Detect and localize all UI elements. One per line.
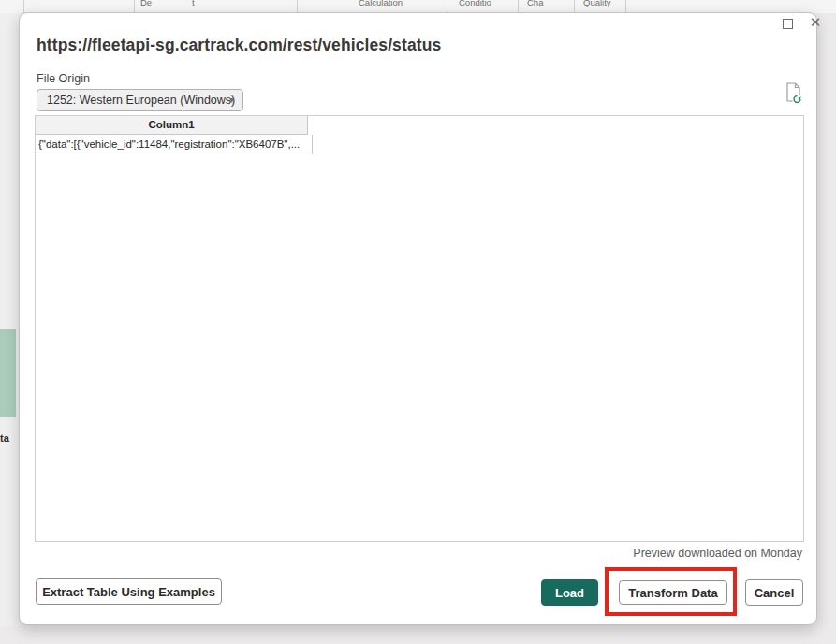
ribbon-divider	[23, 0, 24, 13]
table-row[interactable]: {"data":[{"vehicle_id":11484,"registrati…	[36, 135, 313, 154]
web-contents-preview-dialog: ✕ https://fleetapi-sg.cartrack.com/rest/…	[19, 12, 817, 625]
ribbon-divider	[297, 0, 298, 13]
ribbon-tab-fragment: t	[192, 0, 195, 7]
close-icon[interactable]: ✕	[807, 14, 824, 31]
background-green-panel	[0, 329, 16, 417]
maximize-icon[interactable]	[783, 19, 793, 29]
file-origin-dropdown[interactable]: 1252: Western European (Windows) ▾	[37, 89, 243, 111]
ribbon-tab-fragment: De	[140, 0, 152, 7]
column-header[interactable]: Column1	[36, 116, 308, 135]
ribbon-tab-fragment: Calculation	[359, 0, 403, 7]
dialog-title-url: https://fleetapi-sg.cartrack.com/rest/ve…	[37, 36, 441, 55]
ribbon-tab-fragment: Conditio	[459, 0, 491, 7]
load-button[interactable]: Load	[541, 579, 598, 606]
ribbon-divider	[625, 0, 626, 13]
chevron-down-icon: ▾	[229, 90, 234, 110]
background-ribbon-strip: De t Calculation Conditio Cha Quality	[0, 0, 836, 13]
ribbon-divider	[574, 0, 575, 13]
data-preview-panel: Column1 {"data":[{"vehicle_id":11484,"re…	[35, 115, 804, 542]
ribbon-divider	[134, 0, 135, 13]
background-left-strip: ta	[0, 13, 19, 627]
ribbon-tab-fragment: Quality	[583, 0, 611, 7]
ribbon-divider	[447, 0, 447, 13]
file-origin-value: 1252: Western European (Windows)	[47, 94, 235, 107]
refresh-preview-icon[interactable]	[784, 81, 804, 106]
transform-data-button[interactable]: Transform Data	[619, 580, 727, 605]
file-origin-label: File Origin	[37, 72, 90, 85]
cancel-button[interactable]: Cancel	[745, 579, 803, 606]
background-text-fragment: ta	[0, 432, 9, 444]
ribbon-tab-fragment: Cha	[527, 0, 543, 7]
ribbon-divider	[518, 0, 519, 13]
preview-downloaded-note: Preview downloaded on Monday	[633, 547, 802, 560]
extract-table-using-examples-button[interactable]: Extract Table Using Examples	[36, 578, 222, 605]
